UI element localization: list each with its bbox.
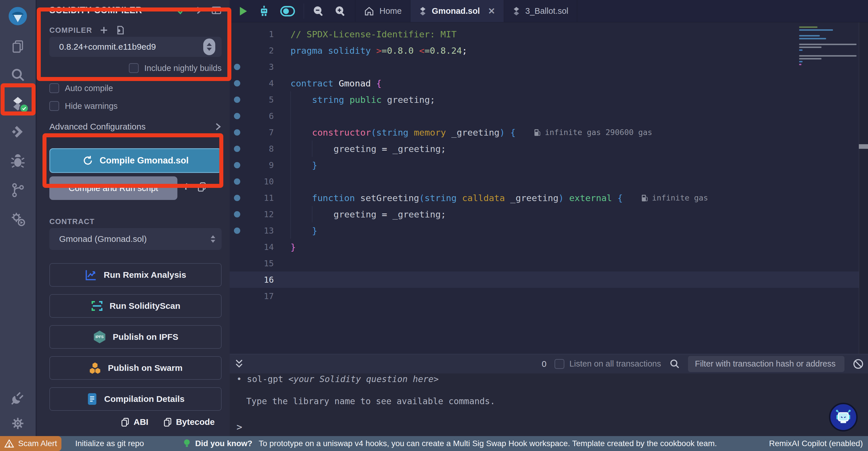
- listen-all-transactions-checkbox[interactable]: [555, 359, 564, 369]
- plug-icon[interactable]: [0, 386, 36, 411]
- editor-scrollbar-track[interactable]: [859, 22, 868, 354]
- scam-alert-button[interactable]: Scam Alert: [0, 436, 61, 451]
- code-line[interactable]: 14}: [229, 239, 868, 255]
- code-line[interactable]: 11function setGreeting(string calldata _…: [229, 190, 868, 206]
- line-number: 16: [245, 275, 274, 285]
- git-icon[interactable]: [0, 176, 36, 204]
- version-select-arrows-icon: [203, 38, 215, 55]
- code-line[interactable]: 3: [229, 59, 868, 75]
- chevron-right-icon[interactable]: [195, 6, 203, 15]
- solidity-compiler-icon[interactable]: [0, 90, 36, 118]
- tab-bar: Home Gmonad.sol ✕ 3_Ballot.sol: [229, 0, 868, 22]
- tab-ballot[interactable]: 3_Ballot.sol: [504, 0, 577, 22]
- code-line[interactable]: 17: [229, 288, 868, 304]
- add-compiler-icon[interactable]: [100, 26, 108, 34]
- breakpoint-dot[interactable]: [229, 293, 245, 299]
- compilation-details-button[interactable]: Compilation Details: [50, 387, 222, 411]
- copy-bytecode-button[interactable]: Bytecode: [163, 417, 215, 427]
- terminal-search-icon[interactable]: [669, 359, 680, 369]
- deploy-run-icon[interactable]: [0, 118, 36, 147]
- lightbulb-icon: [183, 439, 191, 448]
- breakpoint-dot[interactable]: [229, 195, 245, 201]
- compile-and-run-button[interactable]: Compile and Run script: [50, 176, 177, 200]
- code-line[interactable]: 4contract Gmonad {: [229, 75, 868, 91]
- breakpoint-dot[interactable]: [229, 113, 245, 119]
- code-line[interactable]: 10: [229, 173, 868, 190]
- panel-title: SOLIDITY COMPILER: [50, 5, 142, 16]
- debugger-icon[interactable]: [0, 147, 36, 176]
- line-number: 1: [245, 29, 274, 39]
- remixai-copilot-avatar[interactable]: [829, 403, 858, 431]
- copilot-toggle-icon[interactable]: [280, 5, 295, 17]
- terminal[interactable]: • sol-gpt <your Solidity question here> …: [229, 373, 868, 436]
- search-icon[interactable]: [0, 61, 36, 90]
- code-line[interactable]: 8greeting = _greeting;: [229, 140, 868, 157]
- nightly-builds-checkbox[interactable]: [129, 63, 138, 73]
- clear-console-icon[interactable]: [852, 358, 864, 370]
- code-line[interactable]: 16: [229, 272, 868, 288]
- terminal-prompt[interactable]: >: [237, 421, 242, 432]
- code-line[interactable]: 13}: [229, 222, 868, 239]
- collapse-terminal-icon[interactable]: [234, 358, 244, 370]
- hide-warnings-checkbox[interactable]: [50, 101, 59, 111]
- breakpoint-dot[interactable]: [229, 260, 245, 266]
- breakpoint-dot[interactable]: [229, 162, 245, 168]
- compile-button[interactable]: Compile Gmonad.sol: [50, 148, 222, 173]
- contract-select[interactable]: Gmonad (Gmonad.sol): [50, 228, 222, 250]
- file-explorer-icon[interactable]: [0, 32, 36, 61]
- code-line[interactable]: 1// SPDX-License-Identifier: MIT: [229, 26, 868, 42]
- breakpoint-dot[interactable]: [229, 80, 245, 86]
- publish-swarm-button[interactable]: Publish on Swarm: [50, 356, 222, 380]
- auto-compile-checkbox[interactable]: [50, 83, 59, 93]
- editor-scrollbar-thumb[interactable]: [859, 144, 868, 149]
- breakpoint-dot[interactable]: [229, 178, 245, 185]
- ai-robot-icon[interactable]: [258, 5, 270, 18]
- compiler-version-select[interactable]: 0.8.24+commit.e11b9ed9: [50, 37, 222, 57]
- warning-triangle-icon: [4, 439, 14, 448]
- pin-panel-icon[interactable]: [211, 5, 222, 15]
- run-script-play-icon[interactable]: [238, 6, 248, 17]
- breakpoint-dot[interactable]: [229, 227, 245, 234]
- breakpoint-dot[interactable]: [229, 31, 245, 37]
- run-remix-analysis-button[interactable]: Run Remix Analysis: [50, 263, 222, 287]
- plugin-manager-icon[interactable]: [0, 204, 36, 233]
- close-tab-icon[interactable]: ✕: [488, 6, 495, 16]
- code-editor[interactable]: 1// SPDX-License-Identifier: MIT2pragma …: [229, 22, 868, 354]
- terminal-line: Type the library name to see available c…: [237, 396, 868, 406]
- copy-abi-button[interactable]: ABI: [121, 417, 148, 427]
- code-line[interactable]: 7constructor(string memory _greeting) {i…: [229, 124, 868, 140]
- code-text: constructor(string memory _greeting) {in…: [290, 124, 652, 140]
- run-solidityscan-button[interactable]: Run SolidityScan: [50, 294, 222, 318]
- breakpoint-dot[interactable]: [229, 129, 245, 136]
- publish-ipfs-button[interactable]: IPFS Publish on IPFS: [50, 325, 222, 349]
- breakpoint-dot[interactable]: [229, 146, 245, 152]
- tab-home[interactable]: Home: [355, 0, 410, 22]
- code-line[interactable]: 5string public greeting;: [229, 91, 868, 108]
- code-line[interactable]: 2pragma solidity >=0.8.0 <=0.8.24;: [229, 42, 868, 59]
- code-line[interactable]: 15: [229, 255, 868, 272]
- line-number: 9: [245, 160, 274, 170]
- breakpoint-dot[interactable]: [229, 64, 245, 70]
- remix-logo-icon[interactable]: [0, 0, 36, 32]
- code-line[interactable]: 9}: [229, 157, 868, 173]
- zoom-out-icon[interactable]: [313, 5, 324, 17]
- breakpoint-dot[interactable]: [229, 244, 245, 250]
- code-line[interactable]: 6: [229, 108, 868, 124]
- breakpoint-dot[interactable]: [229, 211, 245, 218]
- transaction-filter-input[interactable]: [688, 356, 844, 372]
- copy-icon[interactable]: [197, 182, 206, 192]
- copilot-status[interactable]: RemixAI Copilot (enabled): [769, 439, 863, 448]
- compiler-license-icon[interactable]: [116, 25, 124, 35]
- breakpoint-dot[interactable]: [229, 277, 245, 283]
- line-number: 5: [245, 95, 274, 105]
- breakpoint-dot[interactable]: [229, 48, 245, 54]
- code-line[interactable]: 12greeting = _greeting;: [229, 206, 868, 222]
- minimap[interactable]: [799, 26, 857, 67]
- breakpoint-dot[interactable]: [229, 96, 245, 103]
- advanced-configurations-toggle[interactable]: Advanced Configurations: [50, 122, 222, 132]
- git-init-button[interactable]: Initialize as git repo: [75, 439, 144, 448]
- tab-gmonad[interactable]: Gmonad.sol ✕: [410, 0, 504, 22]
- settings-gear-icon[interactable]: [0, 411, 36, 436]
- zoom-in-icon[interactable]: [334, 5, 346, 17]
- info-icon[interactable]: i: [185, 181, 187, 192]
